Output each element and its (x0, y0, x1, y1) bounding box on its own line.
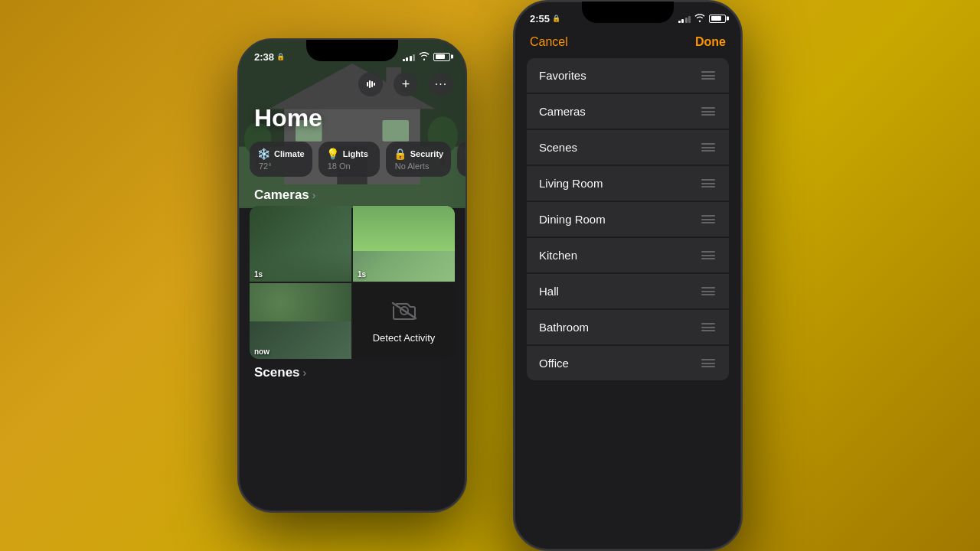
drag-line (701, 179, 715, 181)
tile-security[interactable]: 🔒 Security No Alerts (386, 142, 451, 177)
drag-line (701, 255, 715, 256)
svg-rect-15 (374, 83, 375, 86)
drag-line (701, 327, 715, 328)
climate-icon: ❄️ (257, 148, 270, 160)
security-name: Security (410, 149, 443, 158)
drag-handle-scenes[interactable] (700, 142, 717, 153)
drag-handle-bathroom[interactable] (700, 321, 717, 333)
list-item-label-living-room: Living Room (539, 177, 603, 190)
tile-lights[interactable]: 💡 Lights 18 On (318, 142, 380, 177)
drag-handle-favorites[interactable] (700, 70, 717, 81)
drag-handle-dining-room[interactable] (700, 214, 717, 225)
battery-fill-2 (711, 16, 722, 21)
cam2-timestamp: 1s (358, 270, 366, 279)
camera-feed-1[interactable]: 1s (250, 206, 351, 282)
list-items-container: Favorites Cameras Scenes Livi (514, 58, 741, 549)
list-item-hall[interactable]: Hall (527, 274, 729, 308)
cameras-chevron-icon: › (312, 189, 316, 201)
scenes-section-header[interactable]: Scenes › (239, 359, 466, 383)
drag-line (701, 330, 715, 331)
phone-list: 2:55 🔒 Cancel Done (513, 0, 743, 551)
home-content: + ··· Home ❄️ Climate 72° 💡 Lights (239, 67, 466, 511)
svg-rect-13 (369, 80, 371, 88)
drag-handle-kitchen[interactable] (700, 249, 717, 261)
climate-name: Climate (274, 149, 305, 158)
camera-feed-4-detect[interactable]: Detect Activity (353, 283, 455, 359)
drag-line (701, 114, 715, 116)
signal-bar-1 (403, 59, 405, 61)
list-item-label-hall: Hall (539, 285, 559, 298)
list-item-office[interactable]: Office (527, 346, 729, 380)
tile-speaker-header: 📷 Sp (465, 148, 466, 158)
list-item-label-bathroom: Bathroom (539, 321, 589, 334)
list-item-label-cameras: Cameras (539, 105, 586, 118)
notch-2 (582, 2, 674, 23)
status-icons-2 (678, 14, 727, 24)
more-button[interactable]: ··· (429, 72, 453, 96)
drag-line (701, 75, 715, 77)
drag-line (701, 359, 715, 360)
siri-button[interactable] (358, 72, 383, 96)
svg-rect-14 (371, 81, 373, 87)
battery-icon-2 (709, 15, 726, 23)
drag-line (701, 183, 715, 184)
camera-feed-2[interactable]: 1s (353, 206, 455, 282)
drag-line (701, 219, 715, 220)
drag-line (701, 258, 715, 259)
drag-handle-hall[interactable] (700, 285, 717, 297)
drag-line (701, 323, 715, 324)
list-item-cameras[interactable]: Cameras (527, 94, 729, 129)
tile-security-header: 🔒 Security (394, 148, 443, 160)
signal-bar-2 (406, 57, 408, 61)
list-header: Cancel Done (514, 29, 741, 58)
notch (306, 40, 398, 61)
tile-climate-header: ❄️ Climate (257, 148, 305, 160)
security-icon: 🔒 (394, 148, 407, 160)
detect-activity-container: Detect Activity (353, 283, 455, 359)
drag-line (701, 143, 715, 145)
add-button[interactable]: + (394, 72, 418, 96)
list-item-kitchen[interactable]: Kitchen (527, 238, 729, 272)
drag-line (701, 111, 715, 112)
camera-feed-3[interactable]: now (250, 283, 351, 359)
done-button[interactable]: Done (695, 35, 726, 49)
phone-home-content: 2:38 🔒 (239, 40, 466, 511)
drag-handle-cameras[interactable] (700, 106, 717, 117)
tile-speaker[interactable]: 📷 Sp 1 F (457, 142, 466, 177)
camera-slash-icon (390, 299, 418, 326)
drag-line (701, 251, 715, 253)
status-icons (403, 52, 451, 62)
scenes-chevron-icon: › (303, 367, 307, 379)
drag-line (701, 291, 715, 292)
list-item-living-room[interactable]: Living Room (527, 166, 729, 201)
tile-lights-header: 💡 Lights (326, 148, 372, 160)
tiles-row: ❄️ Climate 72° 💡 Lights 18 On 🔒 Securi (239, 137, 466, 181)
home-title: Home (239, 99, 466, 137)
tile-climate[interactable]: ❄️ Climate 72° (250, 142, 312, 177)
home-toolbar: + ··· (239, 69, 466, 99)
wifi-icon (419, 52, 430, 62)
drag-line (701, 78, 715, 80)
signal-bar-4 (688, 16, 691, 23)
cameras-section-header[interactable]: Cameras › (239, 181, 466, 206)
drag-handle-living-room[interactable] (700, 178, 717, 189)
drag-line (701, 186, 715, 187)
drag-line (701, 107, 715, 109)
cancel-button[interactable]: Cancel (530, 35, 568, 49)
list-item-favorites[interactable]: Favorites (527, 58, 729, 93)
battery-icon (433, 53, 450, 61)
list-item-scenes[interactable]: Scenes (527, 130, 729, 165)
security-value: No Alerts (394, 161, 443, 171)
lock-icon-2: 🔒 (552, 15, 560, 22)
cameras-grid: 1s 1s now (250, 206, 455, 359)
drag-handle-office[interactable] (700, 357, 717, 369)
lights-icon: 💡 (326, 148, 339, 160)
list-item-bathroom[interactable]: Bathroom (527, 310, 729, 344)
drag-line (701, 366, 715, 367)
detect-activity-label: Detect Activity (373, 332, 436, 344)
status-time: 2:38 🔒 (254, 51, 285, 63)
drag-line (701, 287, 715, 289)
signal-bar-3 (410, 56, 412, 61)
list-item-dining-room[interactable]: Dining Room (527, 202, 729, 236)
drag-line (701, 363, 715, 364)
